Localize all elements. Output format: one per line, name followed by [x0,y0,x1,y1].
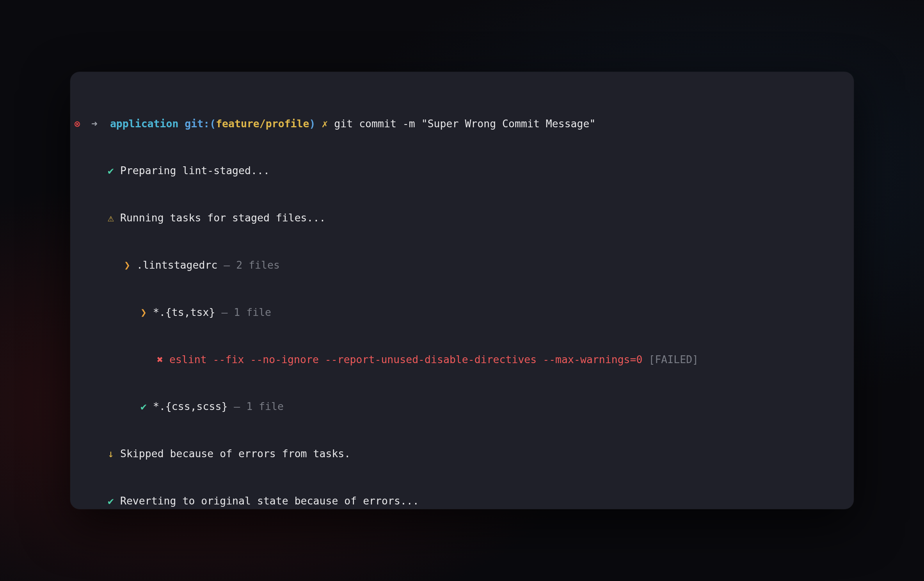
check-icon: ✔ [108,163,114,178]
stage-reverting: ✔ Reverting to original state because of… [85,493,839,509]
ts-pattern: *.{ts,tsx} [153,306,215,318]
down-arrow-icon: ↓ [108,446,114,462]
prompt-line-1: ⊗➜ application git:(feature/profile) ✗ g… [85,116,839,132]
css-suffix: — 1 file [227,400,284,412]
dirty-icon: ✗ [322,118,328,130]
stage-text: Reverting to original state because of e… [120,495,419,507]
git-label: git:( [185,118,216,130]
config-name: .lintstagedrc [137,259,217,271]
git-branch: feature/profile [216,118,309,130]
status-fail-icon: ⊗ [74,116,80,132]
arrow-icon: ➜ [91,118,98,130]
stage-running: ⚠ Running tasks for staged files... [85,210,839,226]
failed-tag: [FAILED] [649,353,698,365]
warning-icon: ⚠ [108,210,114,226]
chevron-icon: ❯ [124,257,130,273]
stage-css: ✔ *.{css,scss} — 1 file [85,399,839,414]
chevron-icon: ❯ [140,305,147,320]
stage-text: Preparing lint-staged... [120,164,270,176]
ts-suffix: — 1 file [215,306,271,318]
stage-eslint-task: ✖ eslint --fix --no-ignore --report-unus… [85,352,839,367]
prompt-app: application [110,118,179,130]
check-icon: ✔ [108,493,114,509]
stage-text: Skipped because of errors from tasks. [120,447,350,460]
stage-preparing: ✔ Preparing lint-staged... [85,163,839,178]
stage-text: Running tasks for staged files... [120,212,326,224]
fail-icon: ✖ [157,352,163,367]
terminal-window[interactable]: ⊗➜ application git:(feature/profile) ✗ g… [70,72,854,509]
eslint-cmd: eslint --fix --no-ignore --report-unused… [169,353,643,365]
command-text: git commit -m "Super Wrong Commit Messag… [334,118,595,130]
check-icon: ✔ [140,399,147,414]
stage-config: ❯ .lintstagedrc — 2 files [85,257,839,273]
stage-skipped: ↓ Skipped because of errors from tasks. [85,446,839,462]
css-pattern: *.{css,scss} [153,400,227,412]
config-suffix: — 2 files [217,259,280,271]
git-close: ) [309,118,315,130]
stage-ts: ❯ *.{ts,tsx} — 1 file [85,305,839,320]
